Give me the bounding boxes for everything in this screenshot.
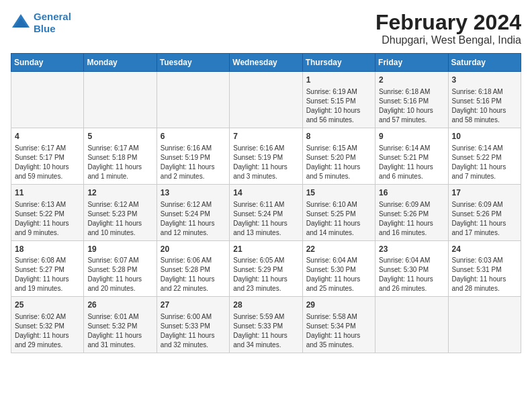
day-number: 11 bbox=[15, 187, 80, 199]
day-info: Sunrise: 5:58 AM Sunset: 5:34 PM Dayligh… bbox=[306, 312, 371, 350]
day-number: 24 bbox=[452, 244, 517, 255]
calendar-cell: 9Sunrise: 6:14 AM Sunset: 5:21 PM Daylig… bbox=[375, 128, 448, 184]
calendar-week-row: 1Sunrise: 6:19 AM Sunset: 5:15 PM Daylig… bbox=[11, 72, 521, 128]
day-number: 9 bbox=[379, 131, 444, 142]
day-info: Sunrise: 6:06 AM Sunset: 5:28 PM Dayligh… bbox=[161, 256, 226, 293]
day-info: Sunrise: 6:19 AM Sunset: 5:15 PM Dayligh… bbox=[306, 87, 371, 125]
day-info: Sunrise: 6:14 AM Sunset: 5:21 PM Dayligh… bbox=[379, 144, 444, 181]
calendar-cell bbox=[157, 72, 229, 128]
day-number: 14 bbox=[233, 187, 298, 199]
calendar-cell: 21Sunrise: 6:05 AM Sunset: 5:29 PM Dayli… bbox=[230, 240, 302, 297]
day-info: Sunrise: 6:05 AM Sunset: 5:29 PM Dayligh… bbox=[233, 256, 298, 293]
calendar-cell: 2Sunrise: 6:18 AM Sunset: 5:16 PM Daylig… bbox=[375, 72, 448, 128]
weekday-header: Wednesday bbox=[230, 54, 302, 72]
day-number: 10 bbox=[452, 131, 517, 142]
calendar-week-row: 18Sunrise: 6:08 AM Sunset: 5:27 PM Dayli… bbox=[11, 240, 521, 297]
page-header: General Blue February 2024 Dhupgari, Wes… bbox=[11, 11, 521, 46]
day-number: 17 bbox=[452, 187, 517, 199]
calendar-cell: 26Sunrise: 6:01 AM Sunset: 5:32 PM Dayli… bbox=[84, 297, 157, 353]
calendar-cell: 14Sunrise: 6:11 AM Sunset: 5:24 PM Dayli… bbox=[230, 184, 302, 240]
day-info: Sunrise: 6:17 AM Sunset: 5:17 PM Dayligh… bbox=[15, 144, 80, 181]
day-info: Sunrise: 6:09 AM Sunset: 5:26 PM Dayligh… bbox=[379, 200, 444, 238]
subtitle: Dhupgari, West Bengal, India bbox=[375, 34, 521, 46]
day-info: Sunrise: 6:16 AM Sunset: 5:19 PM Dayligh… bbox=[161, 144, 226, 181]
logo-icon bbox=[11, 13, 31, 33]
day-number: 27 bbox=[161, 300, 226, 311]
weekday-header-row: SundayMondayTuesdayWednesdayThursdayFrid… bbox=[11, 54, 521, 72]
calendar-cell: 27Sunrise: 6:00 AM Sunset: 5:33 PM Dayli… bbox=[157, 297, 229, 353]
calendar-cell: 5Sunrise: 6:17 AM Sunset: 5:18 PM Daylig… bbox=[84, 128, 157, 184]
day-info: Sunrise: 6:08 AM Sunset: 5:27 PM Dayligh… bbox=[15, 256, 80, 293]
calendar-week-row: 4Sunrise: 6:17 AM Sunset: 5:17 PM Daylig… bbox=[11, 128, 521, 184]
calendar-cell: 11Sunrise: 6:13 AM Sunset: 5:22 PM Dayli… bbox=[11, 184, 84, 240]
calendar-cell: 22Sunrise: 6:04 AM Sunset: 5:30 PM Dayli… bbox=[302, 240, 375, 297]
day-number: 28 bbox=[233, 300, 298, 311]
calendar-cell: 23Sunrise: 6:04 AM Sunset: 5:30 PM Dayli… bbox=[375, 240, 448, 297]
day-number: 18 bbox=[15, 244, 80, 255]
calendar-cell: 12Sunrise: 6:12 AM Sunset: 5:23 PM Dayli… bbox=[84, 184, 157, 240]
day-info: Sunrise: 6:04 AM Sunset: 5:30 PM Dayligh… bbox=[306, 256, 371, 293]
weekday-header: Friday bbox=[375, 54, 448, 72]
calendar-cell: 17Sunrise: 6:09 AM Sunset: 5:26 PM Dayli… bbox=[448, 184, 521, 240]
day-info: Sunrise: 6:18 AM Sunset: 5:16 PM Dayligh… bbox=[452, 87, 517, 125]
day-number: 2 bbox=[379, 75, 444, 86]
weekday-header: Monday bbox=[84, 54, 157, 72]
day-number: 12 bbox=[87, 187, 152, 199]
calendar-cell: 20Sunrise: 6:06 AM Sunset: 5:28 PM Dayli… bbox=[157, 240, 229, 297]
calendar-cell: 4Sunrise: 6:17 AM Sunset: 5:17 PM Daylig… bbox=[11, 128, 84, 184]
calendar-cell: 16Sunrise: 6:09 AM Sunset: 5:26 PM Dayli… bbox=[375, 184, 448, 240]
day-info: Sunrise: 6:00 AM Sunset: 5:33 PM Dayligh… bbox=[161, 312, 226, 350]
day-info: Sunrise: 6:13 AM Sunset: 5:22 PM Dayligh… bbox=[15, 200, 80, 238]
day-info: Sunrise: 6:16 AM Sunset: 5:19 PM Dayligh… bbox=[233, 144, 298, 181]
day-number: 19 bbox=[87, 244, 152, 255]
day-number: 29 bbox=[306, 300, 371, 311]
day-info: Sunrise: 6:18 AM Sunset: 5:16 PM Dayligh… bbox=[379, 87, 444, 125]
calendar-cell: 18Sunrise: 6:08 AM Sunset: 5:27 PM Dayli… bbox=[11, 240, 84, 297]
day-info: Sunrise: 6:14 AM Sunset: 5:22 PM Dayligh… bbox=[452, 144, 517, 181]
weekday-header: Saturday bbox=[448, 54, 521, 72]
day-number: 26 bbox=[87, 300, 152, 311]
calendar-cell bbox=[448, 297, 521, 353]
day-number: 22 bbox=[306, 244, 371, 255]
day-number: 6 bbox=[161, 131, 226, 142]
day-number: 25 bbox=[15, 300, 80, 311]
day-info: Sunrise: 6:17 AM Sunset: 5:18 PM Dayligh… bbox=[87, 144, 152, 181]
day-number: 15 bbox=[306, 187, 371, 199]
day-number: 21 bbox=[233, 244, 298, 255]
day-number: 1 bbox=[306, 75, 371, 86]
calendar-cell bbox=[11, 72, 84, 128]
calendar-cell bbox=[375, 297, 448, 353]
weekday-header: Thursday bbox=[302, 54, 375, 72]
day-number: 16 bbox=[379, 187, 444, 199]
day-number: 8 bbox=[306, 131, 371, 142]
weekday-header: Sunday bbox=[11, 54, 84, 72]
day-info: Sunrise: 6:01 AM Sunset: 5:32 PM Dayligh… bbox=[87, 312, 152, 350]
calendar-cell: 25Sunrise: 6:02 AM Sunset: 5:32 PM Dayli… bbox=[11, 297, 84, 353]
calendar-cell: 19Sunrise: 6:07 AM Sunset: 5:28 PM Dayli… bbox=[84, 240, 157, 297]
calendar-cell: 10Sunrise: 6:14 AM Sunset: 5:22 PM Dayli… bbox=[448, 128, 521, 184]
day-info: Sunrise: 6:12 AM Sunset: 5:24 PM Dayligh… bbox=[161, 200, 226, 238]
day-info: Sunrise: 6:02 AM Sunset: 5:32 PM Dayligh… bbox=[15, 312, 80, 350]
day-number: 20 bbox=[161, 244, 226, 255]
calendar-cell: 29Sunrise: 5:58 AM Sunset: 5:34 PM Dayli… bbox=[302, 297, 375, 353]
day-info: Sunrise: 6:12 AM Sunset: 5:23 PM Dayligh… bbox=[87, 200, 152, 238]
calendar-cell: 1Sunrise: 6:19 AM Sunset: 5:15 PM Daylig… bbox=[302, 72, 375, 128]
day-info: Sunrise: 6:11 AM Sunset: 5:24 PM Dayligh… bbox=[233, 200, 298, 238]
day-info: Sunrise: 6:07 AM Sunset: 5:28 PM Dayligh… bbox=[87, 256, 152, 293]
day-number: 7 bbox=[233, 131, 298, 142]
day-info: Sunrise: 6:09 AM Sunset: 5:26 PM Dayligh… bbox=[452, 200, 517, 238]
calendar-cell: 28Sunrise: 5:59 AM Sunset: 5:33 PM Dayli… bbox=[230, 297, 302, 353]
calendar-cell: 7Sunrise: 6:16 AM Sunset: 5:19 PM Daylig… bbox=[230, 128, 302, 184]
calendar-week-row: 11Sunrise: 6:13 AM Sunset: 5:22 PM Dayli… bbox=[11, 184, 521, 240]
calendar-cell: 13Sunrise: 6:12 AM Sunset: 5:24 PM Dayli… bbox=[157, 184, 229, 240]
title-section: February 2024 Dhupgari, West Bengal, Ind… bbox=[375, 11, 521, 46]
day-info: Sunrise: 5:59 AM Sunset: 5:33 PM Dayligh… bbox=[233, 312, 298, 350]
calendar-cell bbox=[230, 72, 302, 128]
calendar-table: SundayMondayTuesdayWednesdayThursdayFrid… bbox=[11, 53, 521, 353]
calendar-cell: 24Sunrise: 6:03 AM Sunset: 5:31 PM Dayli… bbox=[448, 240, 521, 297]
calendar-cell bbox=[84, 72, 157, 128]
day-number: 3 bbox=[452, 75, 517, 86]
main-title: February 2024 bbox=[375, 11, 521, 34]
calendar-cell: 3Sunrise: 6:18 AM Sunset: 5:16 PM Daylig… bbox=[448, 72, 521, 128]
calendar-cell: 8Sunrise: 6:15 AM Sunset: 5:20 PM Daylig… bbox=[302, 128, 375, 184]
